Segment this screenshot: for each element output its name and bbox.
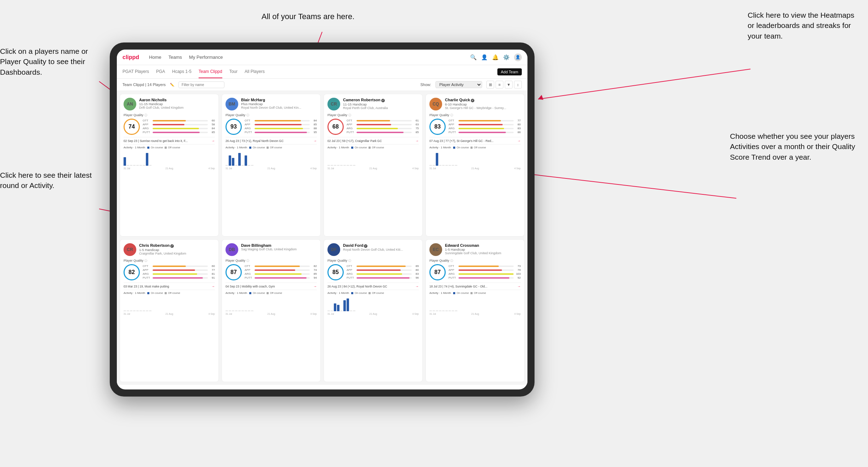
player-name[interactable]: David Ford✓	[343, 243, 403, 248]
quality-score[interactable]: 68	[327, 119, 344, 135]
stat-bar	[356, 128, 412, 129]
player-avatar[interactable]: DB	[225, 243, 238, 256]
nav-home[interactable]: Home	[149, 55, 161, 60]
chart-bar	[238, 311, 241, 311]
filter-button[interactable]: ▼	[505, 81, 513, 89]
quality-score[interactable]: 82	[124, 264, 140, 280]
nav-icons: 🔍 👤 🔔 ⚙️ 👤	[470, 53, 522, 61]
stat-value: 80	[515, 123, 521, 126]
settings-icon[interactable]: ⚙️	[503, 54, 510, 61]
stat-label: OTT	[143, 264, 151, 268]
off-course-label: Off course	[474, 291, 486, 295]
stats-grid: OTT 73 APP 79 ARG 103 P	[449, 264, 521, 280]
verified-badge: ✓	[381, 99, 385, 102]
last-round[interactable]: 03 Mar 23 | 19, Must make putting →	[124, 283, 215, 288]
subnav-hcaps[interactable]: Hcaps 1-5	[172, 65, 192, 78]
player-name[interactable]: Aaron Nicholls	[139, 98, 184, 102]
quality-score[interactable]: 74	[124, 119, 140, 135]
user-icon[interactable]: 👤	[481, 54, 488, 61]
annotation-top-center: All of your Teams are here.	[248, 11, 368, 22]
off-course-dot	[470, 292, 473, 294]
player-avatar[interactable]: DF	[327, 243, 340, 256]
player-avatar[interactable]: BM	[225, 98, 238, 110]
subnav-team-clippd[interactable]: Team Clippd	[199, 65, 222, 78]
add-team-button[interactable]: Add Team	[497, 68, 522, 75]
last-round[interactable]: 18 Jul 23 | 74 (+4), Sunningdale GC - Ol…	[429, 283, 521, 288]
date-mid: 21 Aug	[369, 167, 377, 170]
last-round[interactable]: 04 Sep 23 | Mobility with coach, Gym →	[225, 283, 317, 288]
quality-score[interactable]: 93	[225, 119, 242, 135]
sort-button[interactable]: ↕	[514, 81, 522, 89]
player-club: Sag Maging Golf Club, United Kingdom	[241, 247, 297, 251]
activity-section: Activity · 1 Month On course Off course …	[327, 144, 419, 170]
last-round[interactable]: 07 Aug 23 | 77 (+7), St George's Hill GC…	[429, 137, 521, 143]
player-name[interactable]: Chris Robertson✓	[139, 243, 186, 248]
last-round[interactable]: 02 Sep 23 | Sunrise round to get back in…	[124, 137, 215, 143]
player-avatar[interactable]: CR	[124, 243, 136, 256]
player-avatar[interactable]: EC	[429, 243, 442, 256]
stat-bar-fill	[458, 277, 509, 279]
player-card: CR Chris Robertson✓ 1-5 Handicap Craigmi…	[120, 239, 219, 382]
filter-input[interactable]	[178, 81, 224, 88]
chart-dates: 31 Jul 21 Aug 4 Sep	[429, 313, 521, 315]
stat-value: 81	[209, 272, 215, 275]
date-end: 4 Sep	[310, 313, 317, 315]
player-avatar[interactable]: CQ	[429, 98, 442, 110]
stat-bar-fill	[153, 269, 195, 271]
stats-grid: OTT 60 APP 58 ARG 84 PU	[143, 119, 215, 135]
chart-bar	[225, 311, 228, 311]
stat-label: PUTT	[245, 276, 253, 279]
player-avatar[interactable]: CR	[327, 98, 340, 110]
avatar-icon[interactable]: 👤	[514, 53, 522, 61]
activity-legend: On course Off course	[453, 146, 486, 149]
edit-icon[interactable]: ✏️	[170, 83, 174, 87]
last-round-arrow: →	[211, 139, 215, 143]
subnav-pgat[interactable]: PGAT Players	[122, 65, 149, 78]
quality-score[interactable]: 83	[429, 119, 446, 135]
search-icon[interactable]: 🔍	[470, 54, 477, 61]
list-view-button[interactable]: ≡	[496, 81, 503, 89]
player-name[interactable]: Cameron Robertson✓	[343, 98, 388, 102]
quality-score[interactable]: 87	[225, 264, 242, 280]
stat-value: 92	[515, 276, 521, 279]
stat-bar-fill	[458, 124, 503, 125]
player-name[interactable]: Edward Crossman	[445, 243, 501, 247]
stat-value: 95	[311, 131, 317, 134]
player-name[interactable]: Dave Billingham	[241, 243, 297, 247]
quality-score[interactable]: 85	[327, 264, 344, 280]
subnav-tour[interactable]: Tour	[229, 65, 238, 78]
chart-bar	[334, 303, 336, 312]
stat-row: ARG 83	[347, 272, 419, 275]
player-avatar[interactable]: AN	[124, 98, 136, 110]
mini-chart	[327, 150, 419, 166]
chart-bar	[124, 311, 126, 311]
stat-bar	[153, 120, 208, 121]
player-handicap: 6-10 Handicap	[445, 102, 506, 106]
on-course-dot	[453, 147, 455, 149]
stat-row: ARG 88	[245, 127, 317, 130]
stat-bar	[458, 124, 514, 125]
stat-bar-fill	[356, 132, 404, 133]
stat-row: APP 63	[347, 123, 419, 126]
quality-score[interactable]: 87	[429, 264, 446, 280]
grid-view-button[interactable]: ⊞	[486, 81, 494, 89]
stat-label: ARG	[347, 272, 355, 275]
chart-bar	[343, 165, 346, 166]
bell-icon[interactable]: 🔔	[492, 54, 499, 61]
subnav-all-players[interactable]: All Players	[245, 65, 265, 78]
player-header: DF David Ford✓ Royal North Devon Golf Cl…	[327, 243, 419, 256]
stat-value: 94	[311, 276, 317, 279]
quality-section: 68 OTT 61 APP 63 ARG 75	[327, 119, 419, 135]
nav-my-performance[interactable]: My Performance	[189, 55, 223, 60]
stat-row: ARG 103	[449, 272, 521, 275]
nav-teams[interactable]: Teams	[169, 55, 182, 60]
show-select[interactable]: Player Activity Quality Score Trend	[435, 81, 482, 88]
stat-bar	[356, 124, 412, 125]
stat-row: ARG 75	[347, 127, 419, 130]
last-round[interactable]: 26 Aug 23 | 84 (+12), Royal North Devon …	[327, 283, 419, 288]
last-round[interactable]: 26 Aug 23 | 73 (+1), Royal North Devon G…	[225, 137, 317, 143]
subnav-pga[interactable]: PGA	[156, 65, 165, 78]
player-name[interactable]: Blair McHarg	[241, 98, 301, 102]
player-name[interactable]: Charlie Quick✓	[445, 98, 506, 102]
last-round[interactable]: 02 Jul 23 | 59 (+17), Craigmillar Park G…	[327, 137, 419, 143]
